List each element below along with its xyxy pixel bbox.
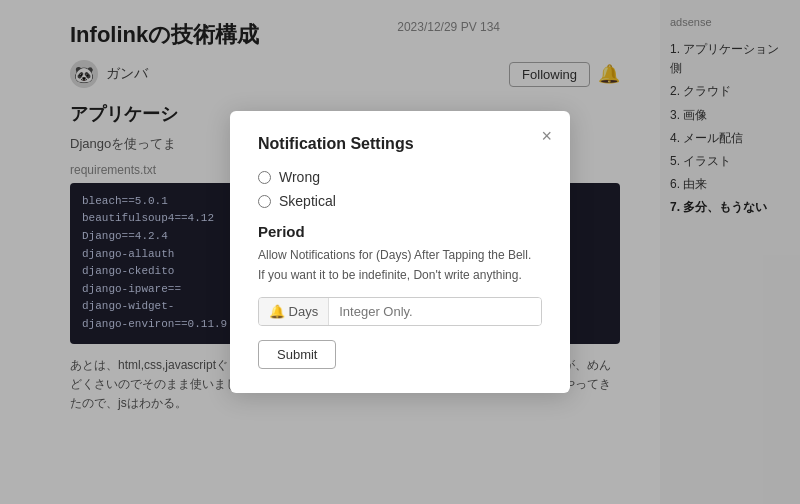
radio-wrong[interactable]: Wrong [258, 169, 542, 185]
notification-modal: Notification Settings × Wrong Skeptical … [230, 111, 570, 392]
period-section: Period Allow Notifications for (Days) Af… [258, 223, 542, 368]
radio-wrong-label: Wrong [279, 169, 320, 185]
radio-skeptical-input[interactable] [258, 195, 271, 208]
period-label: Period [258, 223, 542, 240]
days-input-row: 🔔 Days [258, 297, 542, 326]
radio-skeptical[interactable]: Skeptical [258, 193, 542, 209]
period-desc: Allow Notifications for (Days) After Tap… [258, 246, 542, 284]
submit-button[interactable]: Submit [258, 340, 336, 369]
radio-skeptical-label: Skeptical [279, 193, 336, 209]
radio-wrong-input[interactable] [258, 171, 271, 184]
period-desc-line2: If you want it to be indefinite, Don't w… [258, 268, 522, 282]
days-input[interactable] [329, 298, 541, 325]
days-prefix: 🔔 Days [259, 298, 329, 325]
modal-overlay[interactable]: Notification Settings × Wrong Skeptical … [0, 0, 800, 504]
modal-close-button[interactable]: × [541, 127, 552, 145]
modal-title: Notification Settings [258, 135, 542, 153]
period-desc-line1: Allow Notifications for (Days) After Tap… [258, 248, 531, 262]
